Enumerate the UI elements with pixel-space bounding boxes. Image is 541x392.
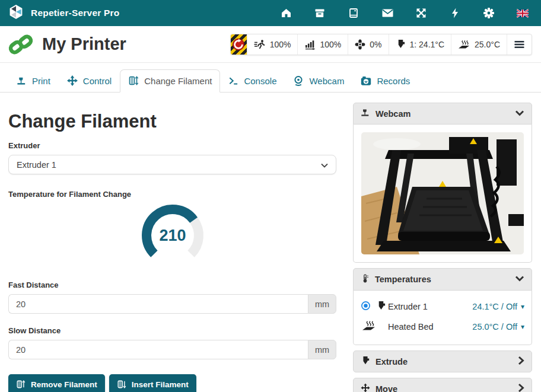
content-area: Change Filament Extruder Extruder 1 Temp… <box>0 93 541 392</box>
heated-bed-icon <box>361 320 377 333</box>
speed-icon <box>254 39 266 50</box>
move-panel-header[interactable]: Move <box>353 378 532 392</box>
filament-change-icon <box>128 75 139 86</box>
sidebar: Webcam <box>353 103 532 392</box>
tab-control[interactable]: Control <box>59 69 120 93</box>
chevron-right-icon <box>517 356 524 367</box>
extruder-nozzle-icon <box>361 356 370 367</box>
extruder-temp-text: 24.1°C / Off <box>472 302 517 311</box>
bed-temp-value: 25.0°C <box>475 40 500 49</box>
tab-label: Change Filament <box>144 76 212 86</box>
fast-distance-group: mm <box>8 294 336 314</box>
expand-arrows-icon[interactable] <box>415 7 427 19</box>
gear-icon[interactable] <box>483 7 495 19</box>
extrude-panel-header[interactable]: Extrude <box>353 350 532 372</box>
radio-selected-icon[interactable] <box>361 301 371 313</box>
temperature-gauge[interactable]: 210 <box>139 203 206 264</box>
bed-temp-status[interactable]: 25.0°C <box>451 34 507 55</box>
tab-label: Webcam <box>309 76 344 86</box>
flow-icon <box>304 39 316 50</box>
extruder-nozzle-icon <box>396 39 406 49</box>
printer-menu-button[interactable] <box>507 34 532 55</box>
slow-distance-input[interactable] <box>8 340 308 359</box>
extruder-temp-value: 1: 24.1°C <box>410 40 445 49</box>
webcam-stream[interactable] <box>361 132 524 254</box>
speed-value: 100% <box>270 40 291 49</box>
tab-label: Records <box>377 76 410 86</box>
tab-console[interactable]: Console <box>220 70 285 93</box>
hamburger-icon <box>514 40 524 49</box>
slow-distance-group: mm <box>8 340 336 359</box>
tab-label: Control <box>83 76 112 86</box>
extruder-row-name: Extruder 1 <box>388 302 428 311</box>
tab-print[interactable]: Print <box>8 70 59 93</box>
tab-label: Console <box>244 76 276 86</box>
heated-bed-temp-text: 25.0°C / Off <box>472 322 517 332</box>
connection-link-icon[interactable] <box>8 32 33 57</box>
records-icon <box>361 76 371 86</box>
fan-icon <box>355 39 365 50</box>
change-filament-panel: Change Filament Extruder Extruder 1 Temp… <box>8 103 336 392</box>
bolt-icon[interactable] <box>449 7 461 19</box>
fast-distance-input[interactable] <box>8 294 308 314</box>
speed-status[interactable]: 100% <box>247 34 298 55</box>
flow-value: 100% <box>320 40 341 49</box>
tab-webcam[interactable]: Webcam <box>285 69 352 93</box>
extrude-panel-title: Extrude <box>375 357 408 366</box>
printer-header: My Printer 100% <box>0 26 541 63</box>
extruder-select-value: Extruder 1 <box>17 160 56 170</box>
mail-icon[interactable] <box>381 7 393 19</box>
tab-label: Print <box>32 76 50 86</box>
webcam-panel-header[interactable]: Webcam <box>353 103 532 125</box>
temperature-value: 210 <box>159 227 186 244</box>
chevron-right-icon <box>517 383 524 392</box>
temperature-label: Temperature for Filament Change <box>8 190 336 199</box>
chevron-down-icon <box>515 109 524 119</box>
printer-icon <box>361 108 370 119</box>
heated-bed-row-name: Heated Bed <box>388 322 434 332</box>
archive-icon[interactable] <box>314 7 326 19</box>
heated-bed-icon <box>458 39 470 50</box>
temperatures-panel-title: Temperatures <box>375 275 431 284</box>
insert-filament-button[interactable]: Insert Filament <box>109 374 196 392</box>
heated-bed-temp-row: Heated Bed 25.0°C / Off ▾ <box>361 316 524 337</box>
home-icon[interactable] <box>280 7 292 19</box>
repetier-logo-icon <box>8 4 24 22</box>
fast-distance-unit: mm <box>308 294 336 314</box>
language-flag-icon[interactable] <box>517 7 529 19</box>
printer-tabs: Print Control Ch <box>0 63 541 93</box>
chevron-down-icon <box>515 275 524 284</box>
fan-status[interactable]: 0% <box>348 34 389 55</box>
book-icon[interactable] <box>348 7 359 19</box>
chevron-down-icon <box>321 160 328 170</box>
remove-filament-label: Remove Filament <box>31 380 97 389</box>
insert-filament-label: Insert Filament <box>132 380 189 389</box>
tab-records[interactable]: Records <box>352 70 418 93</box>
move-cross-icon <box>361 383 370 392</box>
extruder-temp-status[interactable]: 1: 24.1°C <box>389 34 452 55</box>
extruder-nozzle-icon <box>376 301 386 313</box>
flow-status[interactable]: 100% <box>298 34 348 55</box>
emergency-stop-button[interactable] <box>231 34 247 55</box>
printer-name: My Printer <box>42 34 126 54</box>
tab-change-filament[interactable]: Change Filament <box>120 69 220 93</box>
brand[interactable]: Repetier-Server Pro <box>8 4 119 22</box>
slow-distance-unit: mm <box>308 340 336 359</box>
caret-down-icon: ▾ <box>521 303 524 310</box>
move-panel-title: Move <box>375 384 397 392</box>
extruder-select[interactable]: Extruder 1 <box>8 155 336 174</box>
webcam-panel: Webcam <box>353 103 532 263</box>
filament-down-icon <box>117 380 126 389</box>
remove-filament-button[interactable]: Remove Filament <box>8 374 105 392</box>
webcam-icon <box>293 75 304 86</box>
temperatures-panel-header[interactable]: Temperatures <box>353 268 532 291</box>
extruder-label: Extruder <box>8 141 336 150</box>
extruder-temp-row: Extruder 1 24.1°C / Off ▾ <box>361 297 524 316</box>
printer-status-bar: 100% 100% <box>230 34 532 55</box>
top-navbar: Repetier-Server Pro <box>0 0 541 26</box>
repetier-server-app: Repetier-Server Pro <box>0 0 541 392</box>
fast-distance-label: Fast Distance <box>8 281 336 289</box>
heated-bed-temp-dropdown[interactable]: 25.0°C / Off ▾ <box>472 322 524 332</box>
temperature-input[interactable] <box>270 203 292 257</box>
extruder-temp-dropdown[interactable]: 24.1°C / Off ▾ <box>472 302 524 311</box>
